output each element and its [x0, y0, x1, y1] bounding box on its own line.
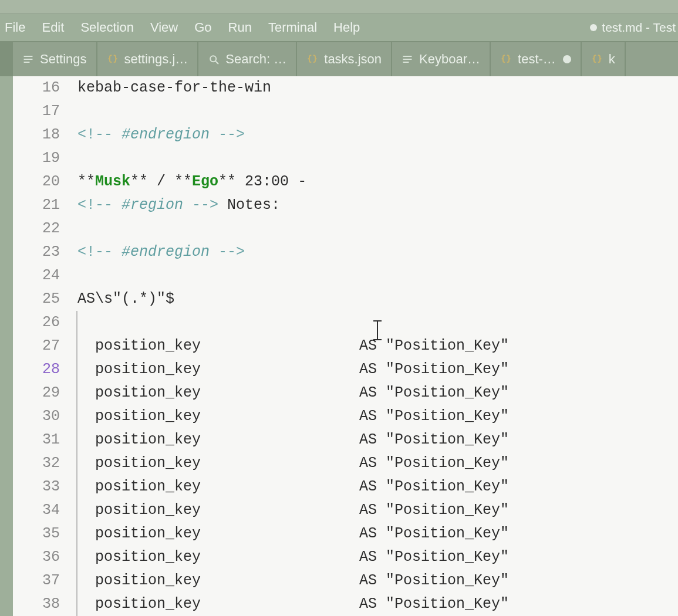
line-number: 24 — [13, 264, 77, 287]
editor-line[interactable]: 38 position_key AS "Position_Key" — [13, 593, 678, 616]
tab-label: tasks.json — [324, 52, 382, 67]
line-number: 21 — [13, 194, 77, 217]
editor-line[interactable]: 23<!-- #endregion --> — [13, 241, 678, 264]
line-number: 33 — [13, 475, 77, 499]
editor[interactable]: 16kebab-case-for-the-win1718<!-- #endreg… — [13, 76, 678, 616]
line-number: 23 — [13, 241, 77, 264]
braces-icon — [107, 53, 119, 65]
editor-line[interactable]: 30 position_key AS "Position_Key" — [13, 405, 678, 428]
editor-line[interactable]: 32 position_key AS "Position_Key" — [13, 452, 678, 475]
braces-icon — [306, 53, 318, 65]
svg-line-4 — [216, 61, 218, 63]
lines-icon — [22, 53, 34, 65]
line-number: 37 — [13, 569, 77, 593]
lines-icon — [402, 53, 413, 65]
code-content: **Musk** / **Ego** 23:00 - — [77, 170, 306, 194]
menu-view[interactable]: View — [150, 20, 178, 35]
line-number: 17 — [13, 100, 77, 123]
tab-0[interactable]: Settings — [13, 42, 97, 76]
braces-icon — [500, 53, 512, 65]
line-number: 28 — [13, 358, 77, 381]
line-number: 34 — [13, 499, 77, 522]
line-number: 31 — [13, 428, 77, 452]
editor-line[interactable]: 19 — [13, 147, 678, 170]
code-content: position_key AS "Position_Key" — [77, 334, 509, 358]
editor-line[interactable]: 20**Musk** / **Ego** 23:00 - — [13, 170, 678, 194]
line-number: 27 — [13, 334, 77, 358]
braces-icon — [591, 53, 603, 65]
code-content: position_key AS "Position_Key" — [77, 569, 509, 593]
editor-line[interactable]: 37 position_key AS "Position_Key" — [13, 569, 678, 593]
search-icon — [208, 53, 220, 65]
menu-file[interactable]: File — [5, 20, 25, 35]
editor-line[interactable]: 21<!-- #region --> Notes: — [13, 194, 678, 217]
line-number: 19 — [13, 147, 77, 170]
menu-edit[interactable]: Edit — [42, 20, 64, 35]
tab-1[interactable]: settings.j… — [97, 42, 199, 76]
code-content: kebab-case-for-the-win — [77, 76, 271, 100]
line-number: 16 — [13, 76, 77, 100]
line-number: 29 — [13, 381, 77, 405]
tab-6[interactable]: k — [582, 42, 626, 76]
editor-line[interactable]: 17 — [13, 100, 678, 123]
line-number: 26 — [13, 311, 77, 334]
editor-line[interactable]: 31 position_key AS "Position_Key" — [13, 428, 678, 452]
tab-3[interactable]: tasks.json — [297, 42, 392, 76]
code-content: position_key AS "Position_Key" — [77, 358, 509, 381]
menu-go[interactable]: Go — [194, 20, 211, 35]
editor-line[interactable]: 24 — [13, 264, 678, 287]
editor-line[interactable]: 29 position_key AS "Position_Key" — [13, 381, 678, 405]
code-content: <!-- #endregion --> — [77, 123, 245, 147]
tabbar: Settings settings.j… Search: … tasks.jso… — [0, 41, 678, 76]
code-content: position_key AS "Position_Key" — [77, 593, 509, 616]
tab-label: Search: … — [225, 52, 286, 67]
code-content: position_key AS "Position_Key" — [77, 475, 509, 499]
tab-5[interactable]: test-… — [491, 42, 582, 76]
editor-line[interactable]: 18<!-- #endregion --> — [13, 123, 678, 147]
editor-line[interactable]: 28 position_key AS "Position_Key" — [13, 358, 678, 381]
editor-line[interactable]: 22 — [13, 217, 678, 241]
activity-bar-sliver — [0, 42, 13, 76]
line-number: 18 — [13, 123, 77, 147]
code-content: AS\s"(.*)"$ — [77, 287, 174, 311]
editor-line[interactable]: 26 — [13, 311, 678, 334]
code-content: position_key AS "Position_Key" — [77, 499, 509, 522]
tab-label: settings.j… — [124, 52, 188, 67]
code-content: position_key AS "Position_Key" — [77, 452, 509, 475]
editor-line[interactable]: 25AS\s"(.*)"$ — [13, 287, 678, 311]
menu-run[interactable]: Run — [228, 20, 252, 35]
tab-label: Keyboar… — [419, 52, 480, 67]
line-number: 35 — [13, 522, 77, 546]
dirty-dot-icon — [563, 55, 571, 63]
editor-line[interactable]: 27 position_key AS "Position_Key" — [13, 334, 678, 358]
line-number: 32 — [13, 452, 77, 475]
line-number: 22 — [13, 217, 77, 241]
editor-line[interactable]: 36 position_key AS "Position_Key" — [13, 546, 678, 569]
code-content: position_key AS "Position_Key" — [77, 428, 509, 452]
window-title-text: test.md - Test — [602, 21, 676, 35]
tab-label: Settings — [40, 52, 87, 67]
dirty-dot-icon — [590, 24, 597, 31]
tab-2[interactable]: Search: … — [198, 42, 297, 76]
code-content: position_key AS "Position_Key" — [77, 546, 509, 569]
tab-label: k — [609, 52, 615, 67]
menubar: File Edit Selection View Go Run Terminal… — [0, 14, 678, 41]
tab-4[interactable]: Keyboar… — [392, 42, 491, 76]
code-content — [77, 311, 86, 334]
menu-help[interactable]: Help — [333, 20, 360, 35]
editor-line[interactable]: 34 position_key AS "Position_Key" — [13, 499, 678, 522]
code-content: position_key AS "Position_Key" — [77, 381, 509, 405]
window-title: test.md - Test — [590, 21, 678, 35]
tab-label: test-… — [518, 52, 556, 67]
line-number: 30 — [13, 405, 77, 428]
code-content: position_key AS "Position_Key" — [77, 522, 509, 546]
code-content: <!-- #endregion --> — [77, 241, 245, 264]
line-number: 20 — [13, 170, 77, 194]
editor-line[interactable]: 33 position_key AS "Position_Key" — [13, 475, 678, 499]
desktop-window-strip — [0, 0, 678, 14]
menu-terminal[interactable]: Terminal — [268, 20, 317, 35]
editor-line[interactable]: 16kebab-case-for-the-win — [13, 76, 678, 100]
menu-selection[interactable]: Selection — [80, 20, 134, 35]
editor-line[interactable]: 35 position_key AS "Position_Key" — [13, 522, 678, 546]
line-number: 38 — [13, 593, 77, 616]
